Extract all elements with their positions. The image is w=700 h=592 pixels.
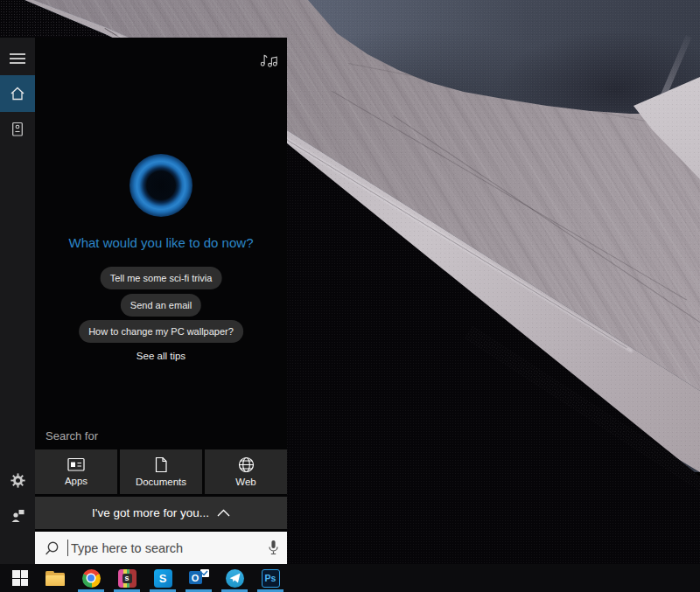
rail-item-feedback[interactable] [0, 503, 35, 527]
skype-icon: S [154, 569, 172, 588]
cortana-logo [130, 154, 192, 217]
gear-icon [10, 473, 25, 488]
photoshop-icon: Ps [262, 569, 280, 588]
rail-item-settings[interactable] [0, 468, 35, 492]
document-icon [154, 456, 168, 473]
menu-icon [10, 53, 25, 55]
search-input[interactable] [71, 541, 268, 555]
menu-button[interactable] [0, 53, 35, 64]
search-box[interactable] [35, 532, 287, 564]
search-icon [45, 540, 60, 556]
feedback-icon [10, 508, 25, 523]
telegram-icon [226, 569, 244, 588]
text-cursor [67, 540, 68, 556]
taskbar-item-slack[interactable]: s [109, 564, 144, 592]
music-notes-icon [259, 51, 278, 68]
rail-item-notebook[interactable] [0, 116, 35, 143]
chevron-up-icon [217, 509, 230, 517]
apps-icon [67, 457, 85, 472]
see-all-tips-link[interactable]: See all tips [35, 351, 287, 361]
more-for-you-label: I've got more for you... [92, 506, 209, 519]
category-label: Apps [65, 476, 88, 486]
cortana-rail [0, 38, 35, 564]
search-for-label: Search for [46, 429, 98, 442]
taskbar-item-outlook[interactable]: O [181, 564, 216, 592]
cortana-panel: What would you like to do now? Tell me s… [35, 38, 287, 564]
taskbar: s S O Ps [0, 564, 700, 592]
category-documents-button[interactable]: Documents [120, 449, 202, 494]
more-for-you-button[interactable]: I've got more for you... [35, 497, 287, 529]
chrome-icon [82, 569, 101, 588]
home-icon [10, 86, 25, 101]
rail-item-home[interactable] [0, 75, 35, 112]
mic-button[interactable] [268, 540, 279, 556]
notebook-icon [10, 122, 24, 137]
category-apps-button[interactable]: Apps [35, 449, 117, 494]
taskbar-item-file-explorer[interactable] [38, 564, 73, 592]
suggestion-chip[interactable]: Tell me some sci-fi trivia [101, 267, 222, 289]
file-explorer-icon [46, 571, 65, 586]
category-label: Web [235, 477, 256, 487]
globe-icon [238, 456, 255, 473]
category-web-button[interactable]: Web [205, 449, 287, 494]
slack-icon: s [118, 569, 136, 588]
cortana-heading: What would you like to do now? [35, 235, 287, 250]
desktop: What would you like to do now? Tell me s… [0, 0, 700, 592]
mic-icon [268, 540, 279, 556]
search-categories: Apps Documents Web [35, 449, 287, 494]
taskbar-item-chrome[interactable] [74, 564, 108, 592]
music-search-button[interactable] [257, 49, 280, 70]
category-label: Documents [136, 477, 186, 487]
taskbar-item-photoshop[interactable]: Ps [253, 564, 288, 592]
windows-logo-icon [12, 570, 28, 586]
taskbar-item-telegram[interactable] [217, 564, 252, 592]
outlook-icon: O [189, 569, 209, 587]
suggestion-chip[interactable]: How to change my PC wallpaper? [79, 320, 243, 343]
start-button[interactable] [0, 564, 40, 592]
suggestion-chip[interactable]: Send an email [121, 294, 201, 317]
taskbar-item-skype[interactable]: S [145, 564, 180, 592]
